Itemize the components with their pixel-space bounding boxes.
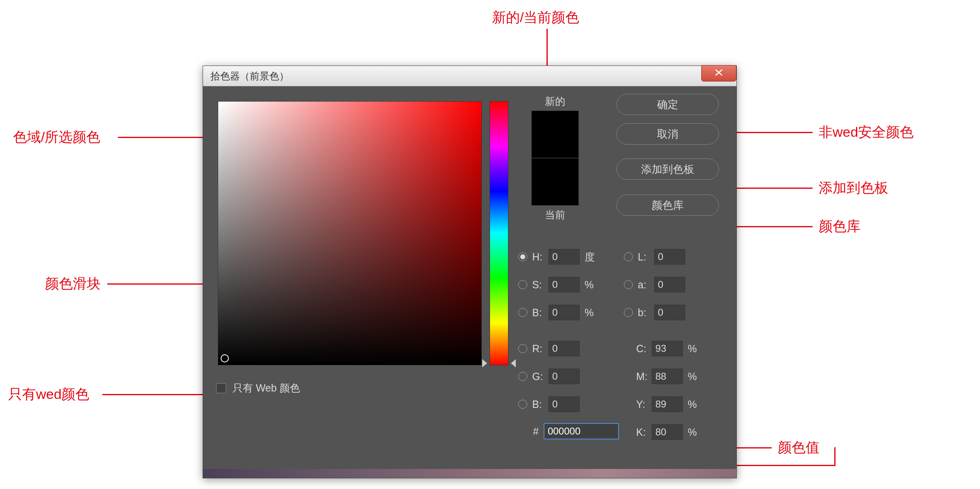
unit-k: % <box>688 426 701 438</box>
radio-h[interactable] <box>518 252 527 261</box>
dialog-body: 新的 当前 确定 取消 添加到色板 颜色库 H: 度 S: % B: % <box>203 86 736 478</box>
input-k[interactable] <box>652 424 683 440</box>
new-color-swatch <box>531 111 579 158</box>
label-bc: B: <box>532 398 549 410</box>
anno-new-current: 新的/当前颜色 <box>492 8 579 27</box>
hex-input[interactable] <box>544 423 619 439</box>
label-s: S: <box>532 279 549 291</box>
row-l: L: <box>624 248 685 266</box>
unit-c: % <box>688 343 701 355</box>
input-y[interactable] <box>652 396 683 412</box>
input-m[interactable] <box>652 369 683 384</box>
anno-webonly: 只有wed颜色 <box>8 385 89 404</box>
unit-y: % <box>688 398 701 410</box>
hue-slider-handle[interactable] <box>485 359 513 367</box>
label-h: H: <box>532 251 549 263</box>
anno-lib: 颜色库 <box>819 217 860 236</box>
row-s: S: % <box>518 276 598 294</box>
label-bl: b: <box>638 307 654 319</box>
input-s[interactable] <box>549 277 580 292</box>
input-bv[interactable] <box>549 305 580 320</box>
current-color-swatch[interactable] <box>531 158 579 206</box>
row-y: Y: % <box>636 395 701 413</box>
ok-button[interactable]: 确定 <box>616 94 719 115</box>
picker-cursor <box>221 354 229 362</box>
radio-bl[interactable] <box>624 308 633 317</box>
row-hex: # <box>533 423 619 439</box>
triangle-right-icon <box>511 359 516 367</box>
radio-bc[interactable] <box>518 400 527 409</box>
add-swatch-button[interactable]: 添加到色板 <box>616 158 719 180</box>
label-m: M: <box>636 371 652 383</box>
input-l[interactable] <box>654 249 685 265</box>
current-color-label: 当前 <box>522 208 588 222</box>
row-r: R: <box>518 340 580 358</box>
hue-slider[interactable] <box>490 101 508 365</box>
window-title: 拾色器（前景色） <box>210 70 289 83</box>
anno-value: 颜色值 <box>778 438 820 457</box>
close-icon <box>714 68 724 79</box>
row-c: C: % <box>636 340 701 358</box>
radio-a[interactable] <box>624 280 633 289</box>
line-value-v <box>834 447 835 466</box>
input-g[interactable] <box>549 369 580 384</box>
input-r[interactable] <box>549 341 580 356</box>
triangle-left-icon <box>482 359 487 367</box>
web-only-label: 只有 Web 颜色 <box>233 381 300 395</box>
radio-s[interactable] <box>518 280 527 289</box>
close-button[interactable] <box>701 65 736 82</box>
row-g: G: <box>518 367 580 385</box>
hex-label: # <box>533 426 539 437</box>
input-a[interactable] <box>654 277 685 292</box>
anno-slider: 颜色滑块 <box>45 274 101 293</box>
input-h[interactable] <box>549 249 580 265</box>
web-only-checkbox[interactable] <box>216 383 226 393</box>
color-picker-dialog: 拾色器（前景色） 新的 当前 确定 取消 添加到色板 颜色库 H: <box>203 66 737 478</box>
row-k: K: % <box>636 423 701 441</box>
input-bl[interactable] <box>654 305 685 320</box>
anno-websafe: 非wed安全颜色 <box>819 123 914 142</box>
label-a: a: <box>638 279 654 291</box>
label-g: G: <box>532 371 549 383</box>
label-c: C: <box>636 343 652 355</box>
row-a: a: <box>624 276 685 294</box>
row-bl: b: <box>624 303 685 321</box>
label-bv: B: <box>532 307 549 319</box>
cancel-button[interactable]: 取消 <box>616 123 719 145</box>
anno-gamut: 色域/所选颜色 <box>13 128 100 147</box>
unit-m: % <box>688 371 701 383</box>
label-y: Y: <box>636 398 652 410</box>
label-r: R: <box>532 343 549 355</box>
row-bc: B: <box>518 395 580 413</box>
row-m: M: % <box>636 367 701 385</box>
label-k: K: <box>636 426 652 438</box>
anno-add: 添加到色板 <box>819 179 888 197</box>
radio-b[interactable] <box>518 308 527 317</box>
radio-r[interactable] <box>518 344 527 353</box>
web-only-checkbox-row: 只有 Web 颜色 <box>216 381 300 395</box>
input-bc[interactable] <box>549 396 580 412</box>
radio-l[interactable] <box>624 252 633 261</box>
row-h: H: 度 <box>518 248 598 266</box>
unit-bv: % <box>585 307 598 319</box>
color-field[interactable] <box>218 101 482 365</box>
swatch-area: 新的 当前 <box>522 95 588 224</box>
new-color-label: 新的 <box>522 95 588 108</box>
input-c[interactable] <box>652 341 683 356</box>
color-library-button[interactable]: 颜色库 <box>616 195 719 216</box>
label-l: L: <box>638 251 654 263</box>
unit-h: 度 <box>585 250 598 264</box>
radio-g[interactable] <box>518 372 527 381</box>
titlebar: 拾色器（前景色） <box>203 66 736 86</box>
row-bv: B: % <box>518 303 598 321</box>
unit-s: % <box>585 279 598 291</box>
